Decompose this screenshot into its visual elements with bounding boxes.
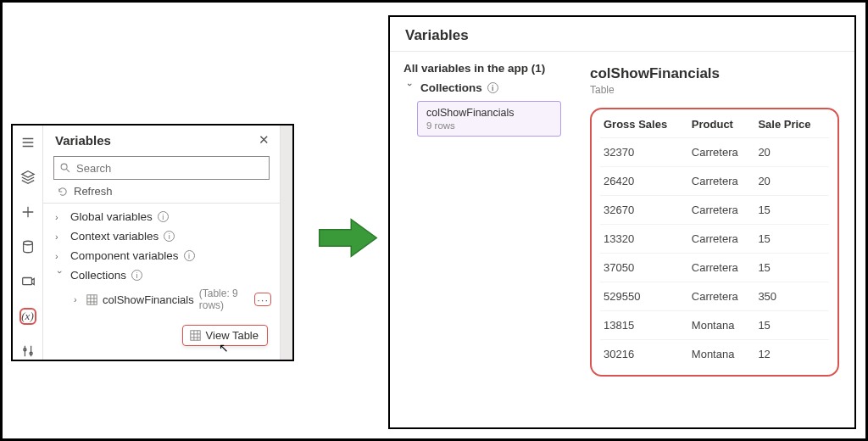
col-header-product[interactable]: Product	[688, 113, 755, 138]
tree-component-variables[interactable]: › Component variables i	[52, 246, 273, 265]
table-cell: Montana	[688, 311, 755, 340]
tree-global-variables[interactable]: › Global variables i	[52, 207, 273, 226]
layers-icon[interactable]	[19, 169, 36, 186]
variables-x-icon[interactable]: (x)	[19, 308, 36, 325]
plus-icon[interactable]	[19, 204, 36, 220]
data-table-highlight: Gross Sales Product Sale Price 32370Carr…	[590, 108, 839, 377]
chevron-right-icon: ›	[74, 294, 81, 304]
variables-tree: › Global variables i › Context variables…	[43, 204, 280, 317]
view-table-label: View Table	[206, 329, 259, 342]
svg-rect-5	[87, 294, 97, 304]
table-cell: 12	[754, 340, 829, 369]
hamburger-icon[interactable]	[19, 134, 36, 151]
chevron-right-icon: ›	[55, 212, 65, 222]
info-icon[interactable]: i	[158, 211, 169, 222]
variables-pane: Variables ✕ Refresh › Global variables i…	[43, 126, 281, 360]
info-icon[interactable]: i	[487, 82, 498, 93]
variables-title: Variables	[390, 17, 854, 47]
table-cell: Carretera	[688, 282, 755, 311]
table-cell: 15	[754, 196, 829, 225]
more-dots-button[interactable]: ···	[254, 293, 271, 306]
cursor-icon: ↖	[219, 341, 229, 354]
col-header-sale-price[interactable]: Sale Price	[754, 113, 829, 138]
tree-context-variables[interactable]: › Context variables i	[52, 226, 273, 246]
collection-name: colShowFinancials	[103, 293, 194, 306]
table-row[interactable]: 13320Carretera15	[600, 225, 829, 254]
table-grid-icon	[190, 330, 201, 341]
search-input[interactable]	[76, 162, 264, 175]
selected-collection-name: colShowFinancials	[426, 107, 552, 119]
info-icon[interactable]: i	[184, 250, 195, 261]
settings-sliders-icon[interactable]	[19, 343, 36, 360]
selected-collection-rows: 9 rows	[426, 120, 552, 131]
tree-collections[interactable]: › Collections i	[52, 265, 273, 285]
table-cell: 37050	[600, 254, 688, 282]
table-cell: 350	[754, 282, 829, 311]
svg-point-4	[61, 164, 67, 170]
svg-rect-6	[190, 331, 199, 340]
table-cell: 32370	[600, 138, 688, 167]
chevron-right-icon: ›	[55, 251, 65, 261]
table-cell: 15	[754, 311, 829, 340]
table-row[interactable]: 37050Carretera15	[600, 254, 829, 282]
table-row[interactable]: 26420Carretera20	[600, 167, 829, 196]
table-cell: Carretera	[688, 225, 755, 254]
table-cell: 15	[754, 225, 829, 254]
detail-subtitle: Table	[590, 84, 839, 96]
table-row[interactable]: 30216Montana12	[600, 340, 829, 369]
info-icon[interactable]: i	[131, 270, 142, 281]
svg-rect-1	[22, 278, 31, 285]
table-grid-icon	[86, 294, 97, 305]
info-icon[interactable]: i	[164, 231, 175, 242]
search-icon	[59, 162, 71, 174]
variables-panel-compact: (x) Variables ✕ Refresh › Global variabl…	[11, 124, 294, 361]
data-table: Gross Sales Product Sale Price 32370Carr…	[600, 113, 829, 368]
all-variables-header: All variables in the app (1)	[403, 62, 573, 75]
chevron-down-icon: ›	[405, 83, 415, 93]
collection-item[interactable]: › colShowFinancials (Table: 9 rows) ···	[52, 285, 273, 314]
search-input-wrapper[interactable]	[53, 156, 270, 180]
table-row[interactable]: 13815Montana15	[600, 311, 829, 340]
refresh-label: Refresh	[74, 185, 113, 198]
table-cell: Carretera	[688, 138, 755, 167]
refresh-button[interactable]: Refresh	[43, 183, 280, 203]
canvas-strip	[281, 126, 292, 360]
left-rail: (x)	[13, 126, 43, 360]
collection-detail-column: colShowFinancials Table Gross Sales Prod…	[585, 52, 854, 427]
table-cell: 32670	[600, 196, 688, 225]
chevron-right-icon: ›	[55, 232, 65, 242]
svg-point-0	[23, 241, 32, 245]
close-icon[interactable]: ✕	[256, 132, 271, 148]
collection-row-meta: (Table: 9 rows)	[199, 287, 249, 311]
variables-list-column: All variables in the app (1) › Collectio…	[390, 52, 585, 427]
table-cell: 529550	[600, 282, 688, 311]
table-row[interactable]: 529550Carretera350	[600, 282, 829, 311]
table-cell: 20	[754, 167, 829, 196]
table-cell: Carretera	[688, 196, 755, 225]
table-row[interactable]: 32670Carretera15	[600, 196, 829, 225]
chevron-down-icon: ›	[55, 271, 65, 281]
table-cell: 13815	[600, 311, 688, 340]
table-cell: 26420	[600, 167, 688, 196]
data-icon[interactable]	[19, 238, 36, 255]
detail-title: colShowFinancials	[590, 65, 839, 82]
table-cell: 20	[754, 138, 829, 167]
variables-panel-expanded: Variables All variables in the app (1) ›…	[388, 15, 856, 429]
table-cell: Montana	[688, 340, 755, 369]
arrow-icon	[316, 215, 380, 261]
table-cell: Carretera	[688, 167, 755, 196]
table-cell: 13320	[600, 225, 688, 254]
selected-collection-card[interactable]: colShowFinancials 9 rows	[417, 101, 561, 137]
table-row[interactable]: 32370Carretera20	[600, 138, 829, 167]
col-header-gross-sales[interactable]: Gross Sales	[600, 113, 688, 138]
table-cell: Carretera	[688, 254, 755, 282]
collections-group[interactable]: › Collections i	[403, 81, 573, 94]
media-icon[interactable]	[19, 273, 36, 290]
table-cell: 15	[754, 254, 829, 282]
table-cell: 30216	[600, 340, 688, 369]
variables-title: Variables	[55, 133, 256, 148]
refresh-icon	[57, 186, 69, 198]
